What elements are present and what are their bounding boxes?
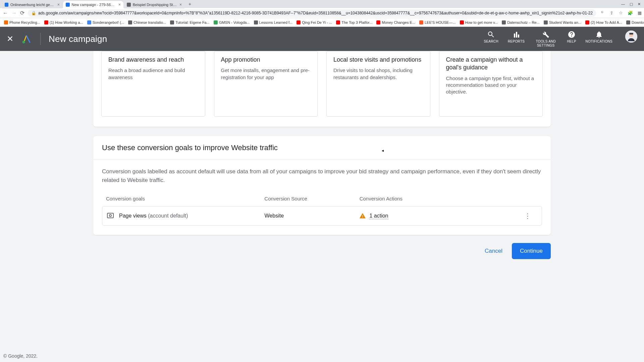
goal-card-title: Local store visits and promotions (333, 56, 423, 64)
bookmark-item[interactable]: GMSN - Vologda... (212, 20, 251, 25)
browser-tab[interactable]: Beispiel Dropshipping Store × (124, 1, 184, 8)
close-icon[interactable]: ✕ (7, 34, 13, 44)
bookmark-item[interactable]: Chinese translatio... (127, 20, 167, 25)
action-link[interactable]: 1 action (369, 213, 388, 219)
bookmark-item[interactable]: (1) How Working a... (43, 20, 85, 25)
browser-tab[interactable]: Onlinewerbung leicht gemacht × (2, 1, 62, 8)
help-icon (568, 31, 576, 39)
profile-avatar[interactable] (625, 31, 637, 43)
bookmark-label: Lessons Learned f... (259, 20, 293, 24)
search-icon (487, 31, 495, 39)
conversion-table: Conversion goals Conversion Source Conve… (102, 196, 542, 226)
bookmark-item[interactable]: The Top 3 Platfor... (335, 20, 374, 25)
url-input[interactable]: 🔒 ads.google.com/aw/campaigns/new?ocid=3… (28, 9, 596, 17)
back-icon[interactable]: ← (3, 10, 8, 16)
bookmark-favicon (170, 20, 174, 24)
reload-icon[interactable]: ⟳ (20, 10, 24, 16)
tab-title: New campaign - 279-560-18 (72, 3, 116, 7)
bookmark-label: Phone Recycling... (9, 20, 40, 24)
bookmark-label: Download - Cooki... (632, 20, 644, 24)
goal-card[interactable]: Local store visits and promotionsDrive v… (326, 51, 430, 117)
bookmark-item[interactable]: Datenschutz – Re... (500, 20, 541, 25)
bookmark-label: Tutorial: Eigene Fa... (175, 20, 210, 24)
bookmark-item[interactable]: Download - Cooki... (625, 20, 644, 25)
page-title: New campaign (49, 34, 107, 44)
bookmark-favicon (502, 20, 506, 24)
bookmark-item[interactable]: Sonderangebot! (... (86, 20, 125, 25)
lock-icon: 🔒 (31, 11, 36, 15)
bookmark-label: Money Changes E... (382, 20, 415, 24)
bookmark-favicon (336, 20, 340, 24)
extension-icon[interactable]: 🧩 (628, 10, 633, 16)
extension-icon[interactable]: ▦ (637, 10, 642, 16)
bookmark-favicon (297, 20, 301, 24)
tab-title: Onlinewerbung leicht gemacht (10, 3, 55, 7)
bookmark-favicon (376, 20, 380, 24)
campaign-goals-section: Brand awareness and reachReach a broad a… (93, 51, 551, 127)
bookmark-favicon (4, 20, 8, 24)
row-menu-icon[interactable]: ⋮ (518, 212, 538, 220)
goal-card[interactable]: Brand awareness and reachReach a broad a… (101, 51, 205, 117)
maximize-icon[interactable]: ▢ (630, 2, 633, 6)
section-heading: Use these conversion goals to improve We… (102, 143, 542, 152)
share-icon[interactable]: ⇧ (609, 10, 614, 16)
goal-card[interactable]: Create a campaign without a goal's guida… (439, 51, 543, 117)
goal-card[interactable]: App promotionGet more installs, engageme… (214, 51, 318, 117)
notifications-button[interactable]: NOTIFICATIONS (586, 31, 612, 44)
new-tab-button[interactable]: + (186, 1, 193, 7)
cancel-button[interactable]: Cancel (478, 244, 509, 258)
bookmark-label: Datenschutz – Re... (507, 20, 540, 24)
translate-icon[interactable]: ᴳ (599, 10, 605, 16)
browser-tabs-bar: Onlinewerbung leicht gemacht × New campa… (0, 0, 644, 8)
goal-source: Website (265, 213, 360, 219)
column-header-actions: Conversion Actions (360, 196, 518, 201)
bookmark-label: Student Wants an... (549, 20, 581, 24)
bookmark-item[interactable]: How to get more v... (459, 20, 499, 25)
bookmark-favicon (626, 20, 630, 24)
bell-icon (595, 31, 603, 39)
tab-close-icon[interactable]: × (118, 2, 121, 7)
bookmark-item[interactable]: Phone Recycling... (3, 20, 42, 25)
continue-button[interactable]: Continue (512, 243, 551, 259)
minimize-icon[interactable]: — (621, 2, 625, 6)
bookmark-item[interactable]: Student Wants an... (542, 20, 583, 25)
bookmark-item[interactable]: LEE'S HOUSE—... (418, 20, 457, 25)
table-row: Page views (account default) Website 1 a… (102, 206, 542, 225)
bookmark-item[interactable]: Qing Fei De Yi - ... (295, 20, 333, 25)
tools-settings-button[interactable]: TOOLS AND SETTINGS (534, 31, 557, 48)
bookmark-label: Sonderangebot! (... (93, 20, 124, 24)
bookmark-label: How to get more v... (465, 20, 498, 24)
bookmark-icon[interactable]: ☆ (618, 10, 624, 16)
bookmark-label: GMSN - Vologda... (219, 20, 250, 24)
bookmark-item[interactable]: (2) How To Add A... (584, 20, 624, 25)
column-header-goals: Conversion goals (106, 196, 264, 201)
bookmark-favicon (585, 20, 589, 24)
tab-close-icon[interactable]: × (179, 2, 182, 7)
page-views-icon (106, 212, 114, 220)
bookmark-favicon (460, 20, 464, 24)
bookmark-favicon (128, 20, 132, 24)
search-button[interactable]: SEARCH (484, 31, 498, 44)
wrench-icon (542, 31, 550, 39)
bookmark-label: Qing Fei De Yi - ... (302, 20, 332, 24)
reports-button[interactable]: REPORTS (508, 31, 525, 44)
forward-icon[interactable]: → (11, 10, 17, 16)
tab-title: Beispiel Dropshipping Store (133, 3, 177, 7)
bookmark-item[interactable]: Money Changes E... (375, 20, 417, 25)
bookmark-item[interactable]: Lessons Learned f... (253, 20, 294, 25)
warning-icon (359, 213, 366, 219)
svg-point-0 (22, 41, 25, 43)
bookmark-label: (1) How Working a... (50, 20, 83, 24)
browser-tab-active[interactable]: New campaign - 279-560-18 × (63, 1, 123, 8)
tab-close-icon[interactable]: × (57, 2, 60, 7)
goal-card-title: App promotion (221, 56, 311, 64)
help-button[interactable]: HELP (567, 31, 576, 44)
bookmark-item[interactable]: Tutorial: Eigene Fa... (169, 20, 211, 25)
divider (40, 33, 41, 45)
goal-card-title: Brand awareness and reach (108, 56, 198, 64)
bookmark-favicon (44, 20, 48, 24)
bookmark-favicon (254, 20, 258, 24)
goal-card-desc: Drive visits to local shops, including r… (333, 67, 423, 81)
bookmark-favicon (544, 20, 548, 24)
close-window-icon[interactable]: ✕ (638, 2, 641, 6)
